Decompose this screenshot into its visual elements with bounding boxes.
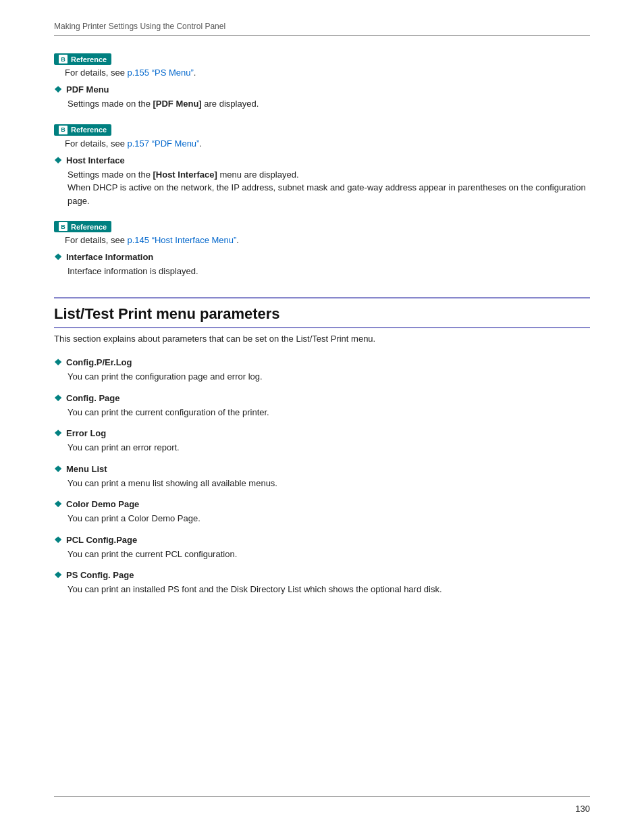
section-item-interface-info: ❖ Interface Information Interface inform…	[54, 252, 590, 278]
pdf-menu-body: Settings made on the [PDF Menu] are disp…	[54, 97, 590, 111]
pdf-menu-bold: [PDF Menu]	[153, 99, 201, 109]
section-item-host-interface: ❖ Host Interface Settings made on the [H…	[54, 155, 590, 208]
section-item-config-p-er-log: ❖ Config.P/Er.Log You can print the conf…	[54, 357, 590, 384]
page-number: 130	[575, 804, 590, 814]
error-log-body: You can print an error report.	[54, 441, 590, 454]
diamond-icon-host-interface: ❖	[54, 155, 62, 165]
section-item-title-host-interface: ❖ Host Interface	[54, 155, 590, 165]
reference-badge-pdf: B Reference	[54, 124, 111, 136]
section-item-title-pcl-config-page: ❖ PCL Config.Page	[54, 535, 590, 545]
interface-info-title: Interface Information	[66, 252, 153, 262]
header-text: Making Printer Settings Using the Contro…	[54, 22, 225, 31]
footer: 130	[575, 804, 590, 814]
section-item-title-menu-list: ❖ Menu List	[54, 464, 590, 474]
pcl-config-page-body: You can print the current PCL configurat…	[54, 548, 590, 561]
ref-badge-2: B Reference For details, see p.157 “PDF …	[54, 120, 590, 149]
section-item-title-config-page: ❖ Config. Page	[54, 393, 590, 403]
host-interface-title: Host Interface	[66, 155, 125, 165]
ref-prefix-host: For details, see	[65, 235, 128, 245]
badge-label-host: Reference	[71, 223, 107, 231]
ref-prefix-ps: For details, see	[65, 68, 128, 78]
diamond-icon-menu-list: ❖	[54, 464, 62, 474]
config-p-er-log-title: Config.P/Er.Log	[66, 357, 132, 367]
section-divider	[54, 297, 590, 298]
diamond-icon-error-log: ❖	[54, 428, 62, 438]
color-demo-page-title: Color Demo Page	[66, 499, 139, 509]
host-interface-body: Settings made on the [Host Interface] me…	[54, 168, 590, 208]
pdf-menu-title: PDF Menu	[66, 84, 109, 95]
host-interface-bold: [Host Interface]	[153, 170, 217, 180]
diamond-icon-config-page: ❖	[54, 393, 62, 403]
section-item-pcl-config-page: ❖ PCL Config.Page You can print the curr…	[54, 535, 590, 561]
section-item-title-color-demo-page: ❖ Color Demo Page	[54, 499, 590, 509]
ref-link-pdf[interactable]: p.157 “PDF Menu”	[128, 138, 200, 149]
badge-label-ps: Reference	[71, 55, 107, 63]
section-item-pdf-menu: ❖ PDF Menu Settings made on the [PDF Men…	[54, 84, 590, 111]
badge-icon-ps: B	[59, 55, 68, 63]
diamond-icon-pdf-menu: ❖	[54, 84, 62, 95]
footer-line	[54, 796, 590, 797]
error-log-title: Error Log	[66, 428, 106, 438]
interface-info-body: Interface information is displayed.	[54, 265, 590, 278]
section-item-color-demo-page: ❖ Color Demo Page You can print a Color …	[54, 499, 590, 525]
reference-badge-host: B Reference	[54, 221, 111, 232]
ref-prefix-pdf: For details, see	[65, 138, 128, 149]
reference-badge-ps: B Reference	[54, 53, 111, 65]
config-p-er-log-body: You can print the configuration page and…	[54, 370, 590, 384]
ref-badge-1: B Reference For details, see p.155 “PS M…	[54, 49, 590, 78]
section-item-title-pdf-menu: ❖ PDF Menu	[54, 84, 590, 95]
section-item-title-config-p-er-log: ❖ Config.P/Er.Log	[54, 357, 590, 367]
diamond-icon-config-p-er-log: ❖	[54, 357, 62, 367]
ref-badge-3: B Reference For details, see p.145 “Host…	[54, 217, 590, 245]
list-test-section-title: List/Test Print menu parameters	[54, 305, 590, 328]
list-test-intro: This section explains about parameters t…	[54, 332, 590, 346]
pcl-config-page-title: PCL Config.Page	[66, 535, 137, 545]
badge-icon-pdf: B	[59, 126, 68, 134]
page: Making Printer Settings Using the Contro…	[0, 0, 644, 834]
ps-config-page-title: PS Config. Page	[66, 570, 134, 580]
badge-icon-host: B	[59, 222, 68, 231]
reference-link-host: For details, see p.145 “Host Interface M…	[54, 235, 590, 245]
menu-list-title: Menu List	[66, 464, 107, 474]
config-page-body: You can print the current configuration …	[54, 406, 590, 419]
ref-link-host[interactable]: p.145 “Host Interface Menu”	[128, 235, 237, 245]
ps-config-page-body: You can print an installed PS font and t…	[54, 583, 590, 596]
section-item-title-interface-info: ❖ Interface Information	[54, 252, 590, 262]
header-bar: Making Printer Settings Using the Contro…	[54, 20, 590, 36]
diamond-icon-pcl-config-page: ❖	[54, 535, 62, 545]
ref-link-ps[interactable]: p.155 “PS Menu”	[128, 68, 194, 78]
diamond-icon-color-demo-page: ❖	[54, 499, 62, 509]
section-item-error-log: ❖ Error Log You can print an error repor…	[54, 428, 590, 454]
diamond-icon-interface-info: ❖	[54, 252, 62, 262]
section-item-config-page: ❖ Config. Page You can print the current…	[54, 393, 590, 419]
section-item-title-error-log: ❖ Error Log	[54, 428, 590, 438]
section-item-ps-config-page: ❖ PS Config. Page You can print an insta…	[54, 570, 590, 596]
section-item-title-ps-config-page: ❖ PS Config. Page	[54, 570, 590, 580]
menu-list-body: You can print a menu list showing all av…	[54, 477, 590, 490]
section-item-menu-list: ❖ Menu List You can print a menu list sh…	[54, 464, 590, 490]
config-page-title: Config. Page	[66, 393, 119, 403]
reference-link-ps: For details, see p.155 “PS Menu”.	[54, 68, 590, 78]
color-demo-page-body: You can print a Color Demo Page.	[54, 512, 590, 525]
badge-label-pdf: Reference	[71, 126, 107, 134]
reference-link-pdf: For details, see p.157 “PDF Menu”.	[54, 138, 590, 149]
diamond-icon-ps-config-page: ❖	[54, 570, 62, 580]
